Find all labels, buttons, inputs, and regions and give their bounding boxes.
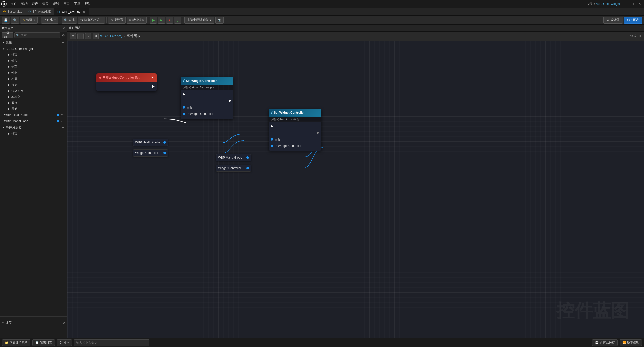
separator-5	[183, 17, 183, 23]
swc2-exec-out-pin[interactable]	[315, 130, 321, 136]
add-button[interactable]: + 添加	[2, 32, 13, 38]
event-node-stop-icon[interactable]: ■	[151, 76, 154, 79]
add-variable-button[interactable]: +	[61, 40, 65, 45]
event-graph-close[interactable]: ✕	[638, 26, 642, 30]
my-blueprint-panel: 我的蓝图 ✕ + 添加 🔍 ⚙	[0, 25, 67, 39]
search-input[interactable]	[21, 33, 58, 37]
tab-wbp-overlay[interactable]: ⬡ WBP_Overlay ✕	[54, 8, 89, 15]
browse-button[interactable]: 🔍	[11, 17, 19, 24]
event-graph-panel: 事件图表 ✕	[67, 25, 644, 32]
menu-view[interactable]: 查看	[40, 0, 51, 8]
svg-text:U: U	[3, 3, 5, 6]
graph-button[interactable]: ⬡⬡ 图表	[624, 17, 642, 24]
swc2-exec-in-pin[interactable]	[269, 123, 321, 130]
wbp-health-globe-node[interactable]: WBP Health Globe	[133, 139, 168, 146]
close-button[interactable]: ✕	[636, 1, 643, 7]
var-render-transform[interactable]: ▶ 渲染变换	[0, 88, 67, 94]
left-panel: 我的蓝图 ✕ + 添加 🔍 ⚙ ▼ 变量 + ▶ Aura User Widge…	[0, 25, 67, 338]
nav-menu-button[interactable]: ≡	[70, 33, 76, 39]
find-button[interactable]: 🔍 查找	[62, 17, 77, 24]
var-interaction[interactable]: ▶ 交互	[0, 64, 67, 70]
var-layout[interactable]: ▶ 布局	[0, 76, 67, 82]
my-blueprint-close[interactable]: ✕	[62, 26, 66, 30]
var-behavior[interactable]: ▶ 行为	[0, 82, 67, 88]
widget-controller-1-node[interactable]: Widget Controller	[133, 149, 168, 157]
swc2-target-pin[interactable]: 目标	[269, 136, 321, 143]
debug-target-button[interactable]: 未选中调试对象 ▼	[184, 17, 214, 24]
title-controls: ─ □ ✕	[622, 1, 643, 7]
menu-window[interactable]: 窗口	[61, 0, 72, 8]
var-performance[interactable]: ▶ 性能	[0, 70, 67, 76]
save-button[interactable]: 💾	[2, 17, 10, 24]
separator-4	[148, 17, 148, 23]
menu-asset[interactable]: 资产	[30, 0, 40, 8]
parent-class-label: 父类： Aura User Widget	[587, 2, 620, 6]
wbp-mana-globe-node[interactable]: WBP Mana Globe	[216, 154, 251, 161]
compile-button[interactable]: ⚙ 编译 ▼	[20, 17, 38, 24]
var-localization[interactable]: ▶ 本地化	[0, 94, 67, 100]
canvas[interactable]: 控件蓝图 ◆ 事件Widget Controller Set ■ f	[67, 41, 644, 338]
stop-button[interactable]: ▲	[166, 17, 173, 24]
cmd-button[interactable]: Cmd ▼	[57, 339, 72, 346]
var-wbp-mana-globe[interactable]: WBP_ManaGlobe ▼	[0, 118, 67, 124]
compare-button[interactable]: ⇄ 对比 ▼	[41, 17, 58, 24]
version-control-button[interactable]: 🔀 版本控制	[620, 339, 642, 346]
var-wbp-health-globe[interactable]: WBP_HealthGlobe ▼	[0, 112, 67, 118]
output-log-button[interactable]: 📋 输出日志	[32, 339, 55, 346]
menu-edit[interactable]: 编辑	[19, 0, 30, 8]
nav-forward-button[interactable]: →	[85, 33, 91, 39]
var-clip[interactable]: ▶ 截别	[0, 100, 67, 106]
design-button[interactable]: 🖊 设计器	[603, 17, 623, 24]
event-dispatcher-header[interactable]: ▼ 事件分发器 +	[0, 124, 67, 131]
swc2-in-widget-controller-pin[interactable]: In Widget Controller	[269, 143, 321, 149]
more-options-button[interactable]: ⋮	[174, 17, 181, 24]
tree-aura-user-widget[interactable]: ▶ Aura User Widget	[0, 46, 67, 52]
play-button[interactable]: ▶	[150, 17, 157, 24]
swc1-subtitle: 目标是 Aura User Widget	[181, 85, 233, 90]
event-node[interactable]: ◆ 事件Widget Controller Set ■	[96, 73, 157, 91]
event-node-body	[96, 82, 157, 91]
menu-debug[interactable]: 调试	[51, 0, 61, 8]
menu-file[interactable]: 文件	[9, 0, 19, 8]
var-outer-view[interactable]: ▶ 外观	[0, 52, 67, 58]
maximize-button[interactable]: □	[629, 1, 636, 7]
var-input[interactable]: ▶ 输入	[0, 58, 67, 64]
menu-help[interactable]: 帮助	[83, 0, 93, 8]
breadcrumb-overlay[interactable]: WBP_Overlay	[100, 34, 122, 38]
bottombar: 📁 内容侧滑菜单 📋 输出日志 Cmd ▼ 💾 所有已保存 🔀 版本控制	[0, 338, 644, 347]
tab-bp-aurahud[interactable]: ⬡ BP_AuraHUD	[25, 8, 54, 15]
swc1-exec-in-pin[interactable]	[181, 91, 233, 98]
play2-button[interactable]: ▶|	[158, 17, 165, 24]
separator-3	[106, 17, 107, 23]
event-exec-out-pin[interactable]	[96, 83, 157, 90]
save-all-button[interactable]: 💾 所有已保存	[592, 339, 618, 346]
tabbar: 🗺 StarterMap ⬡ BP_AuraHUD ⬡ WBP_Overlay …	[0, 8, 644, 16]
set-widget-controller-2[interactable]: f Set Widget Controller 目标是Aura User Wid…	[269, 109, 321, 151]
content-browser-button[interactable]: 📁 内容侧滑菜单	[2, 339, 30, 346]
swc1-exec-out-pin[interactable]	[227, 98, 233, 104]
settings-button[interactable]: ⚙	[61, 32, 66, 38]
tab-close-icon[interactable]: ✕	[82, 10, 86, 14]
cmd-input[interactable]	[74, 339, 149, 346]
variables-header[interactable]: ▼ 变量 +	[0, 39, 67, 46]
class-settings-button[interactable]: ⚙ 类设置	[108, 17, 126, 24]
swc1-in-widget-controller-pin[interactable]: In Widget Controller	[181, 111, 233, 117]
hide-irrelevant-button[interactable]: 👁 隐藏不相关 ⋮	[78, 17, 105, 24]
details-close[interactable]: ✕	[63, 321, 65, 325]
set-widget-controller-1[interactable]: f Set Widget Controller 目标是 Aura User Wi…	[181, 77, 233, 119]
nav-back-button[interactable]: ←	[77, 33, 84, 39]
debug-camera-button[interactable]: 📷	[215, 17, 224, 24]
my-blueprint-header: 我的蓝图 ✕	[0, 25, 67, 32]
menu-tools[interactable]: 工具	[72, 0, 83, 8]
add-event-dispatcher-button[interactable]: +	[61, 125, 65, 130]
event-outer-view[interactable]: ▶ 外观	[0, 131, 67, 137]
var-navigation[interactable]: ▶ 导航	[0, 106, 67, 112]
widget-controller-2-node[interactable]: Widget Controller	[216, 165, 251, 172]
titlebar: U 文件 编辑 资产 查看 调试 窗口 工具 帮助 父类： Aura User …	[0, 0, 644, 8]
event-node-header: ◆ 事件Widget Controller Set ■	[96, 73, 157, 82]
tab-startermap[interactable]: 🗺 StarterMap	[0, 8, 25, 15]
minimize-button[interactable]: ─	[622, 1, 629, 7]
swc1-target-pin[interactable]: 目标	[181, 104, 233, 111]
defaults-button[interactable]: ✏ 默认认值	[127, 17, 147, 24]
nav-expand-button[interactable]: ⊞	[93, 33, 99, 39]
